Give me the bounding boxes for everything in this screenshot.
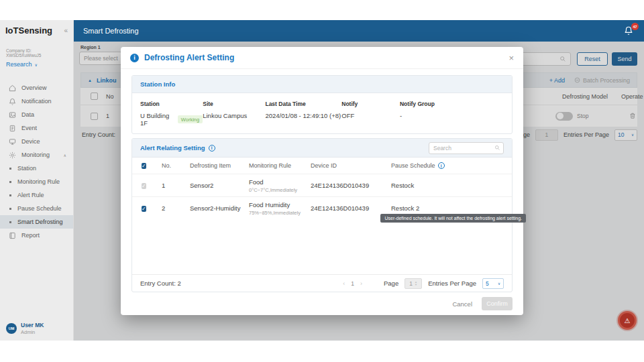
last-data-time-value: 2024/01/08 - 12:49:10 (+8) (265, 112, 341, 119)
cell-device-id: 24E124136D010439 (311, 204, 391, 212)
defrosting-alert-setting-modal: i Defrosting Alert Setting × Station Inf… (121, 47, 523, 315)
sidebar-item-station[interactable]: Station (0, 162, 73, 175)
alert-fab-button[interactable]: ⚠ (618, 311, 637, 330)
station-value: U Building 1F (140, 112, 174, 127)
sidebar-item-label: Overview (21, 84, 47, 91)
station-info-header: Station Info (140, 80, 175, 88)
field-label-last-data-time: Last Data Time (265, 101, 341, 107)
user-profile[interactable]: UM User MK Admin (0, 322, 73, 335)
report-icon (8, 231, 16, 239)
notification-badge: 47 (631, 23, 639, 30)
page-input-value: 1 (409, 280, 413, 287)
bullet-icon (9, 181, 11, 183)
column-defrosting-item: Defrosting Item (190, 162, 249, 169)
next-page-icon[interactable]: › (360, 280, 362, 287)
stepper-icon: ▲▼ (415, 281, 417, 286)
select-all-checkbox[interactable]: ✓ (142, 163, 146, 169)
sidebar: IoTSensing « Company ID: XWSD5XuWwuJ5 Re… (0, 20, 74, 341)
sidebar-item-alert-rule[interactable]: Alert Rule (0, 188, 73, 202)
app-canvas: IoTSensing « Company ID: XWSD5XuWwuJ5 Re… (0, 0, 644, 362)
bell-icon (8, 97, 16, 105)
cell-pause-schedule: Restock (391, 182, 512, 189)
search-input[interactable] (429, 142, 504, 154)
cell-defrosting-item: Sensor2 (190, 182, 249, 189)
sidebar-item-pause-schedule[interactable]: Pause Schedule (0, 202, 73, 215)
file-list-icon (8, 124, 16, 132)
sidebar-item-report[interactable]: Report (0, 229, 73, 242)
page-input[interactable]: 1 ▲▼ (405, 278, 422, 289)
alert-setting-header: Alert Relating Setting (140, 144, 205, 152)
column-monitoring-rule: Monitoring Rule (249, 162, 311, 169)
bullet-icon (9, 221, 11, 223)
confirm-button[interactable]: Confirm (482, 297, 513, 310)
cell-no: 1 (162, 182, 190, 189)
alert-table-header: ✓ No. Defrosting Item Monitoring Rule De… (132, 158, 512, 174)
chevron-up-icon: ∧ (64, 153, 66, 158)
info-icon: i (130, 54, 139, 62)
sidebar-item-label: Monitoring Rule (17, 178, 60, 185)
bullet-icon (9, 168, 11, 170)
info-icon[interactable]: i (209, 145, 215, 152)
bullet-icon (9, 208, 11, 210)
sidebar-item-device[interactable]: Device (0, 135, 73, 148)
sidebar-item-monitoring[interactable]: Monitoring ∧ (0, 148, 73, 162)
image-icon (8, 111, 16, 119)
field-label-station: Station (140, 101, 203, 107)
sidebar-item-monitoring-rule[interactable]: Monitoring Rule (0, 175, 73, 188)
sidebar-item-smart-defrosting[interactable]: Smart Defrosting (0, 215, 73, 229)
sidebar-item-label: Data (21, 111, 34, 118)
page-title: Smart Defrosting (83, 27, 139, 35)
notification-bell-button[interactable]: 47 (624, 25, 635, 36)
sidebar-item-data[interactable]: Data (0, 108, 73, 121)
org-switcher[interactable]: Research ∨ (6, 61, 67, 68)
sidebar-item-event[interactable]: Event (0, 121, 73, 135)
prev-page-icon[interactable]: ‹ (343, 280, 345, 287)
avatar: UM (6, 323, 17, 334)
chevron-down-icon: ∨ (498, 282, 500, 286)
cell-pause-schedule: Restock 2 (391, 204, 512, 212)
cell-rule-detail: 75%~85%,Immediately (249, 210, 311, 216)
bullet-icon (9, 194, 11, 196)
page-number[interactable]: 1 (351, 280, 354, 287)
cell-rule: Food Humidity (249, 201, 290, 208)
sidebar-item-label: Pause Schedule (17, 205, 62, 212)
column-device-id: Device ID (311, 162, 391, 169)
row-checkbox-checked[interactable]: ✓ (142, 206, 146, 212)
home-icon (8, 84, 16, 92)
field-label-site: Site (203, 101, 265, 107)
sidebar-item-label: Smart Defrosting (17, 219, 63, 225)
cell-no: 2 (162, 204, 190, 212)
org-name: Research (6, 61, 32, 68)
user-role: Admin (21, 329, 44, 335)
sidebar-item-label: Alert Rule (17, 192, 44, 198)
gear-icon (8, 151, 16, 159)
cell-defrosting-item: Sensor2-Humidity (190, 204, 249, 212)
sidebar-item-label: Station (17, 165, 36, 172)
pause-schedule-info-icon[interactable]: i (438, 162, 445, 169)
close-icon[interactable]: × (508, 53, 514, 63)
cancel-button[interactable]: Cancel (452, 300, 472, 308)
sidebar-item-label: Device (21, 138, 40, 145)
station-info-card: Station Info Station U Building 1F Worki… (131, 75, 513, 134)
sidebar-collapse-icon[interactable]: « (64, 27, 68, 34)
monitor-icon (8, 137, 16, 145)
sidebar-item-label: Monitoring (21, 152, 50, 158)
site-value: Linkou Campus (203, 112, 265, 119)
cell-rule-detail: 0°C~7°C,Immediately (249, 187, 311, 193)
alert-table-row: ✓ 1 Sensor2 Food 0°C~7°C,Immediately 24E… (132, 174, 512, 196)
topbar: Smart Defrosting 47 (74, 20, 644, 42)
sidebar-item-overview[interactable]: Overview (0, 81, 73, 95)
alert-search (429, 142, 504, 154)
entry-count: Entry Count: 2 (140, 280, 181, 287)
row-checkbox-disabled[interactable]: ✓ (142, 183, 146, 189)
notify-group-value: - (400, 112, 435, 119)
entries-per-page-select[interactable]: 5 ∨ (482, 278, 504, 289)
field-label-notify: Notify (341, 101, 400, 107)
sidebar-menu: Overview Notification Data Event Device … (0, 81, 73, 242)
sidebar-item-label: Notification (21, 98, 52, 105)
warning-icon: ⚠ (625, 317, 631, 324)
status-badge: Working (178, 115, 203, 123)
sidebar-item-notification[interactable]: Notification (0, 95, 73, 108)
entries-per-page-label: Entries Per Page (428, 280, 476, 287)
company-id: Company ID: XWSD5XuWwuJ5 (6, 48, 67, 58)
